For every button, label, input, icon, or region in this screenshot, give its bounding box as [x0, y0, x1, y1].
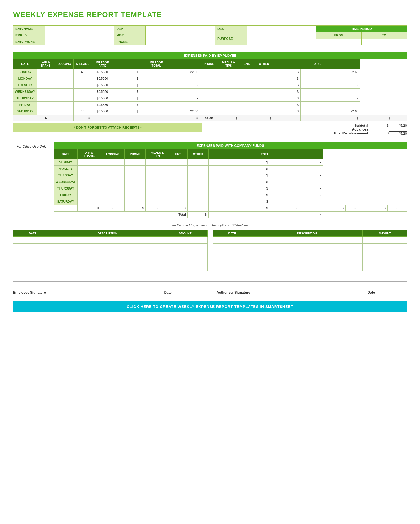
emp-phone-value[interactable] [45, 39, 114, 45]
signature-row: Employee Signature Date Authorizer Signa… [13, 284, 407, 294]
list-item [213, 264, 407, 271]
total-reimb-sign: $ [370, 131, 389, 136]
cf-col-meals-tips: MEALS &TIPS [146, 149, 169, 159]
from-label: FROM [316, 32, 362, 39]
cf-col-ent: ENT. [169, 149, 188, 159]
company-total-row: Total $ - [54, 211, 407, 218]
mgr-value[interactable] [146, 32, 215, 39]
col-meals-tips: MEALS &TIPS [218, 59, 239, 69]
page-title: WEEKLY EXPENSE REPORT TEMPLATE [13, 10, 407, 19]
advances-row: Advances [334, 127, 407, 131]
totals-meals: - [273, 115, 300, 121]
itemized-right-table: DATE DESCRIPTION AMOUNT [213, 230, 407, 271]
emp-phone-label: EMP. PHONE [13, 39, 45, 45]
itemized-label: — Itemized Expenses or Description of "O… [172, 223, 248, 227]
subtotal-sign: $ [370, 123, 389, 127]
table-row: SUNDAY 40 $0.5650 $ 22.60 $ 22.60 [13, 69, 407, 75]
cta-banner[interactable]: CLICK HERE TO CREATE WEEKLY EXPENSE REPO… [13, 301, 407, 312]
to-value[interactable] [362, 39, 407, 45]
expenses-totals-row: $ - $ - $ 45.20 $ - $ - $ - $ - [13, 115, 407, 121]
date-label-2: Date [368, 290, 407, 294]
totals-other: - [392, 115, 407, 121]
signature-divider [13, 281, 407, 282]
dest-value[interactable] [247, 26, 316, 32]
dept-label: DEPT. [114, 26, 146, 32]
phone-value[interactable] [146, 39, 215, 45]
col-date: DATE [13, 59, 37, 69]
cf-col-air-trans: AIR &TRANS. [78, 149, 101, 159]
table-row: SUNDAY $ - [54, 159, 407, 165]
totals-ent: - [360, 115, 375, 121]
table-row: FRIDAY $0.5650 $ - $ - [13, 102, 407, 108]
mgr-label: MGR. [114, 32, 146, 39]
dest-label: DEST. [215, 26, 247, 32]
list-item [213, 236, 407, 243]
itemized-tables: DATE DESCRIPTION AMOUNT [13, 230, 407, 271]
emp-name-label: EMP. NAME [13, 26, 45, 32]
itemized-left-table: DATE DESCRIPTION AMOUNT [13, 230, 208, 271]
itemized-section: — Itemized Expenses or Description of "O… [13, 223, 407, 271]
col-ent: ENT. [239, 59, 255, 69]
table-row: THURSDAY $ - [54, 185, 407, 192]
date-label-1: Date [164, 290, 204, 294]
cf-col-phone: PHONE [125, 149, 146, 159]
to-label: TO [362, 32, 407, 39]
table-row: SATURDAY 40 $0.5650 $ 22.60 $ 22.60 [13, 108, 407, 115]
emp-name-value[interactable] [45, 26, 114, 32]
total-reimbursement-row: Total Reimbursement $ 45.20 [334, 131, 407, 136]
office-use-label: For Office Use Only [17, 144, 46, 148]
advances-label: Advances [334, 127, 370, 131]
authorizer-sig-label: Authorizer Signature [217, 290, 355, 294]
dept-value[interactable] [146, 26, 215, 32]
subtotal-label: Subtotal [334, 123, 370, 127]
subtotal-row: Subtotal $ 45.20 [334, 123, 407, 127]
from-value[interactable] [316, 39, 362, 45]
emp-id-label: EMP. ID [13, 32, 45, 39]
itemized-line-left [13, 225, 170, 225]
totals-mileage-total: 45.20 [200, 115, 218, 121]
office-use-box: For Office Use Only [13, 142, 50, 218]
cf-col-date: DATE [54, 149, 78, 159]
table-row: MONDAY $0.5650 $ - $ - [13, 75, 407, 82]
col-other: OTHER [255, 59, 273, 69]
table-row: WEDNESDAY $0.5650 $ - $ - [13, 89, 407, 95]
subtotal-value: 45.20 [389, 123, 407, 127]
expenses-paid-header: EXPENSES PAID BY EMPLOYEE [13, 52, 407, 59]
expenses-paid-table: DATE AIR &TRANS. LODGING MILEAGE MILEAGE… [13, 59, 407, 121]
totals-air: - [55, 115, 74, 121]
totals-other-sign: $ [375, 115, 392, 121]
table-row: TUESDAY $ - [54, 172, 407, 179]
totals-phone-sign: $ [218, 115, 239, 121]
col-mileage-total: MILEAGETOTAL [113, 59, 200, 69]
table-row: TUESDAY $0.5650 $ - $ - [13, 82, 407, 89]
office-company-section: For Office Use Only EXPENSES PAID WITH C… [13, 142, 407, 218]
list-item [13, 264, 208, 271]
totals-mileage-total-sign: $ [140, 115, 200, 121]
phone-label: PHONE [114, 39, 146, 45]
company-total-value: - [320, 213, 321, 217]
itemized-left-date-col: DATE [13, 230, 52, 236]
purpose-value[interactable] [247, 32, 316, 45]
col-lodging: LODGING [55, 59, 74, 69]
total-reimb-label: Total Reimbursement [334, 131, 370, 136]
purpose-label: PURPOSE [215, 32, 247, 45]
itemized-right-amount-col: AMOUNT [362, 230, 407, 236]
itemized-header: — Itemized Expenses or Description of "O… [13, 223, 407, 227]
list-item [13, 257, 208, 264]
company-funds-header: EXPENSES PAID WITH COMPANY FUNDS [54, 142, 407, 149]
totals-air-sign: $ [37, 115, 55, 121]
total-reimb-value: 45.20 [389, 131, 407, 136]
itemized-right-desc-col: DESCRIPTION [252, 230, 362, 236]
col-mileage: MILEAGE [74, 59, 92, 69]
emp-id-value[interactable] [45, 32, 114, 39]
table-row: FRIDAY $ - [54, 192, 407, 198]
totals-ent-sign: $ [301, 115, 360, 121]
cf-col-lodging: LODGING [101, 149, 125, 159]
table-row: WEDNESDAY $ - [54, 179, 407, 185]
list-item [13, 250, 208, 257]
table-row: MONDAY $ - [54, 165, 407, 172]
totals-lodging-sign: $ [74, 115, 92, 121]
table-row: THURSDAY $0.5650 $ - $ - [13, 95, 407, 102]
totals-lodging: - [92, 115, 113, 121]
col-total: TOTAL [273, 59, 360, 69]
